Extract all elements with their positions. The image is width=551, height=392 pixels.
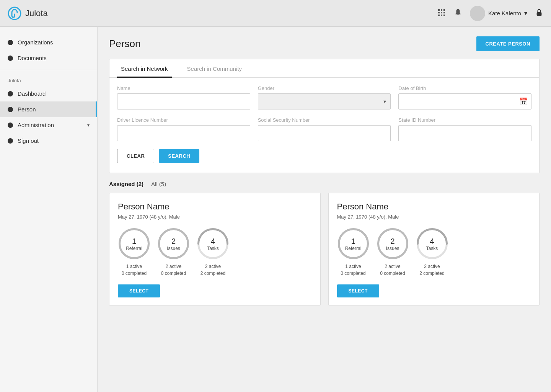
svg-rect-7 — [438, 15, 440, 16]
tab-search-network[interactable]: Search in Network — [117, 59, 172, 78]
sidebar-dot-documents — [8, 56, 13, 61]
layout: Organizations Documents Julota Dashboard… — [0, 27, 551, 392]
stat-circle-text: 2 Issues — [167, 237, 180, 251]
stat-number: 4 — [207, 237, 219, 246]
sidebar-item-dashboard[interactable]: Dashboard — [0, 86, 97, 101]
main-content: Person CREATE PERSON Search in Network S… — [98, 27, 551, 392]
stat-circle-container: 4 Tasks2 active2 completed — [197, 227, 229, 277]
sidebar-dot-organizations — [8, 40, 13, 45]
stat-circle-text: 1 Referral — [126, 237, 142, 251]
ssn-label: Social Security Number — [258, 117, 391, 123]
stat-label: Referral — [345, 246, 362, 251]
sidebar-item-documents[interactable]: Documents — [0, 50, 97, 66]
state-id-input[interactable] — [398, 125, 531, 141]
sidebar-label-administration: Administration — [18, 122, 54, 128]
dob-label: Date of Birth — [398, 85, 531, 91]
stat-detail: 2 active0 completed — [380, 263, 405, 277]
person-card: Person NameMay 27, 1970 (48 y/o), Male 1… — [109, 193, 321, 305]
logo-icon — [8, 7, 21, 20]
sidebar-dot-person — [8, 107, 13, 112]
svg-rect-8 — [441, 15, 442, 16]
search-form: Name Gender Male Female Other ▾ — [109, 78, 539, 173]
svg-rect-4 — [438, 12, 440, 13]
header-right: Kate Kalento ▾ — [437, 6, 543, 21]
sidebar-item-person[interactable]: Person — [0, 101, 97, 117]
avatar — [470, 6, 485, 21]
select-button[interactable]: SELECT — [118, 284, 160, 297]
stat-label: Referral — [126, 246, 142, 251]
sidebar-item-administration[interactable]: Administration ▾ — [0, 117, 97, 133]
clear-button[interactable]: CLEAR — [117, 149, 154, 163]
search-tabs: Search in Network Search in Community — [109, 59, 539, 78]
person-card-info: May 27, 1970 (48 y/o), Male — [118, 214, 312, 220]
ssn-field-group: Social Security Number — [258, 117, 391, 141]
stat-number: 1 — [345, 237, 362, 246]
gender-select[interactable]: Male Female Other — [258, 93, 391, 109]
stat-circle-text: 2 Issues — [386, 237, 399, 251]
search-form-actions: CLEAR SEARCH — [117, 149, 531, 163]
lock-icon[interactable] — [535, 8, 543, 18]
svg-rect-9 — [443, 15, 445, 16]
person-card-name: Person Name — [337, 202, 531, 212]
search-button[interactable]: SEARCH — [159, 149, 199, 163]
search-form-row-1: Name Gender Male Female Other ▾ — [117, 85, 531, 109]
sidebar-item-organizations[interactable]: Organizations — [0, 34, 97, 50]
svg-rect-3 — [443, 9, 445, 11]
dob-wrapper: 📅 — [398, 93, 531, 109]
driver-licence-input[interactable] — [117, 125, 250, 141]
gender-select-wrapper: Male Female Other ▾ — [258, 93, 391, 109]
logo[interactable]: Julota — [8, 7, 48, 20]
svg-rect-10 — [537, 12, 542, 16]
results-tab-all[interactable]: All (5) — [151, 181, 166, 187]
dob-input[interactable] — [398, 93, 531, 109]
svg-rect-1 — [438, 9, 440, 11]
user-menu[interactable]: Kate Kalento ▾ — [470, 6, 527, 21]
sidebar-dot-administration — [8, 122, 13, 128]
person-card-stats: 1 Referral1 active0 completed 2 Issues2 … — [118, 227, 312, 277]
tab-search-community[interactable]: Search in Community — [183, 59, 246, 78]
svg-rect-5 — [441, 12, 442, 13]
stat-label: Tasks — [207, 246, 219, 251]
name-field-group: Name — [117, 85, 250, 109]
driver-licence-label: Driver Licence Number — [117, 117, 250, 123]
name-label: Name — [117, 85, 250, 91]
stat-circle-container: 1 Referral1 active0 completed — [118, 227, 150, 277]
stat-detail: 1 active0 completed — [341, 263, 365, 277]
person-card: Person NameMay 27, 1970 (48 y/o), Male 1… — [328, 193, 540, 305]
stat-circle: 4 Tasks — [416, 227, 448, 260]
stat-circle: 4 Tasks — [197, 227, 229, 260]
stat-detail: 2 active2 completed — [201, 263, 225, 277]
stat-circle: 2 Issues — [157, 227, 190, 260]
sidebar-section-label: Julota — [0, 74, 97, 86]
logo-text: Julota — [25, 8, 48, 18]
create-person-button[interactable]: CREATE PERSON — [476, 36, 540, 51]
grid-icon[interactable] — [437, 8, 446, 19]
ssn-input[interactable] — [258, 125, 391, 141]
sidebar-dot-dashboard — [8, 91, 13, 96]
stat-circle-text: 1 Referral — [345, 237, 362, 251]
page-header: Person CREATE PERSON — [109, 36, 540, 51]
user-chevron-icon: ▾ — [524, 10, 527, 17]
sidebar-item-signout[interactable]: Sign out — [0, 133, 97, 149]
sidebar-label-signout: Sign out — [18, 137, 39, 144]
header: Julota Kate Kalento ▾ — [0, 0, 551, 27]
state-id-label: State ID Number — [398, 117, 531, 123]
sidebar: Organizations Documents Julota Dashboard… — [0, 27, 98, 392]
stat-circle: 2 Issues — [377, 227, 409, 260]
bell-icon[interactable] — [454, 8, 462, 18]
dob-field-group: Date of Birth 📅 — [398, 85, 531, 109]
person-card-stats: 1 Referral1 active0 completed 2 Issues2 … — [337, 227, 531, 277]
stat-circle-container: 1 Referral1 active0 completed — [337, 227, 370, 277]
gender-label: Gender — [258, 85, 391, 91]
stat-detail: 2 active0 completed — [161, 263, 186, 277]
state-id-field-group: State ID Number — [398, 117, 531, 141]
sidebar-dot-signout — [8, 138, 13, 144]
name-input[interactable] — [117, 93, 250, 109]
stat-label: Issues — [386, 246, 399, 251]
stat-detail: 1 active0 completed — [122, 263, 147, 277]
results-tab-assigned[interactable]: Assigned (2) — [109, 181, 143, 187]
stat-label: Issues — [167, 246, 180, 251]
select-button[interactable]: SELECT — [337, 284, 379, 297]
stat-number: 4 — [426, 237, 438, 246]
stat-circle-container: 2 Issues2 active0 completed — [157, 227, 190, 277]
